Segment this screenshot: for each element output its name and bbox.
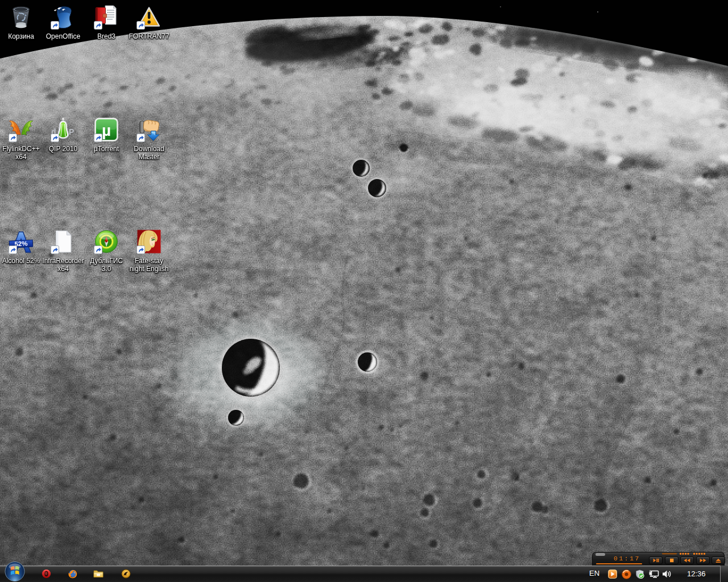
svg-text:P: P [69, 127, 74, 136]
svg-text:µ: µ [102, 122, 111, 139]
